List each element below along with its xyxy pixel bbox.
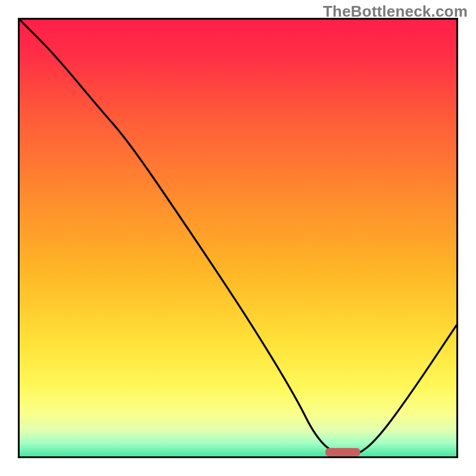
chart-stage: TheBottleneck.com bbox=[0, 0, 476, 476]
svg-rect-1 bbox=[325, 448, 361, 456]
plot-area bbox=[18, 18, 458, 458]
optimal-range-marker bbox=[20, 20, 456, 456]
